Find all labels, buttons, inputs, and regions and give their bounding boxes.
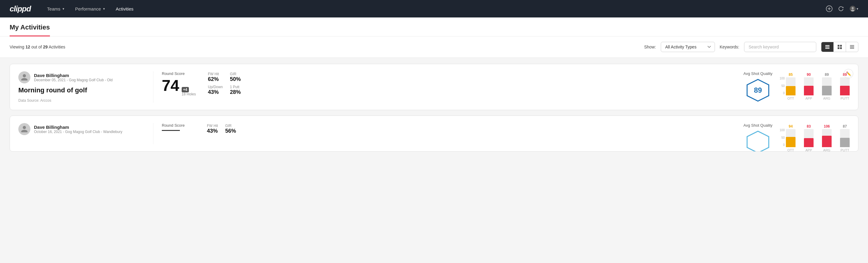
refresh-button[interactable]: [838, 6, 844, 12]
bar-arg-2: 106: [822, 124, 832, 147]
activities-list: Dave Billingham December 05, 2021 - Gog …: [0, 58, 868, 163]
ott-value-label: 85: [788, 72, 793, 77]
gir-label: GIR: [230, 72, 245, 76]
gir-value: 50%: [230, 76, 245, 83]
updown-label: Up/Down: [208, 85, 223, 89]
shot-quality-hexagon: 89: [746, 78, 770, 102]
app-bar-track: [804, 77, 813, 95]
performance-chevron-icon: ▾: [103, 7, 105, 11]
svg-rect-12: [840, 47, 842, 49]
stat-updown: Up/Down 43%: [208, 85, 223, 95]
list-view-button[interactable]: [822, 42, 834, 52]
view-toggles: [821, 42, 858, 52]
round-score-group: Round Score 74 +4 18 Holes: [162, 71, 196, 96]
arg-value-label: 89: [825, 72, 829, 77]
page-title: My Activities: [10, 24, 50, 31]
card-stats-section: Round Score 74 +4 18 Holes FW Hit 62% GI…: [162, 71, 850, 102]
arg-bar-fill: [822, 86, 832, 95]
svg-rect-14: [850, 46, 854, 47]
svg-rect-9: [838, 45, 839, 47]
svg-rect-7: [825, 47, 830, 48]
user-menu-button[interactable]: ▾: [849, 5, 858, 12]
app-value-label: 90: [807, 72, 811, 77]
card-divider-2: [153, 123, 153, 144]
stat-fw-hit-2: FW Hit 43%: [207, 124, 218, 134]
activity-card: Dave Billingham December 05, 2021 - Gog …: [10, 64, 858, 110]
nav-right-actions: ▾: [826, 5, 858, 12]
svg-rect-15: [850, 47, 854, 48]
stat-1putt: 1 Putt 28%: [230, 85, 245, 95]
card-divider: [153, 71, 153, 103]
page-header: My Activities: [0, 18, 868, 36]
1putt-value: 28%: [230, 89, 245, 95]
app-logo[interactable]: clippd: [10, 4, 31, 13]
fw-hit-label: FW Hit: [208, 72, 223, 76]
round-score-group-2: Round Score: [162, 123, 195, 131]
card-stats-section-2: Round Score FW Hit 43% GIR 56% Avg Shot …: [162, 123, 850, 152]
filter-bar: Viewing 12 out of 29 Activities Show: Al…: [0, 36, 868, 58]
updown-value: 43%: [208, 89, 223, 95]
card-left-section: Dave Billingham December 05, 2021 - Gog …: [18, 71, 145, 103]
x-axis-labels: OTT APP ARG PUTT: [786, 96, 850, 100]
score-value: 74: [162, 78, 179, 93]
activity-type-select[interactable]: All Activity Types: [661, 42, 715, 52]
avatar: [18, 71, 30, 83]
shot-quality-section: Avg Shot Quality 89 100: [743, 71, 850, 102]
bar-chart-2: 94 83 106: [786, 123, 850, 147]
viewing-count-text: Viewing 12 out of 29 Activities: [10, 45, 65, 49]
add-button[interactable]: [826, 5, 833, 12]
user-meta-2: October 16, 2021 - Gog Magog Golf Club -…: [34, 130, 122, 134]
ott-x-label: OTT: [786, 96, 796, 100]
avatar-2: [18, 123, 30, 135]
holes-text: 18 Holes: [182, 92, 196, 96]
nav-performance[interactable]: Performance ▾: [70, 0, 111, 18]
ott-bar-fill: [786, 86, 796, 95]
svg-rect-8: [825, 48, 830, 49]
shot-quality-section-2: Avg Shot Quality 100: [743, 123, 850, 152]
1putt-label: 1 Putt: [230, 85, 245, 89]
viewing-total: 29: [43, 45, 48, 49]
keyword-search-input[interactable]: [744, 42, 816, 52]
round-score-label: Round Score: [162, 71, 196, 76]
activity-title: Morning round of golf: [18, 86, 145, 94]
arg-bar-track: [822, 77, 832, 95]
y-axis: 100 50 0: [780, 77, 785, 95]
svg-rect-10: [840, 45, 842, 47]
user-name-2: Dave Billingham: [34, 124, 122, 130]
putt-bar-fill: [840, 86, 850, 95]
card-edit-button[interactable]: ✏️: [844, 69, 853, 79]
bar-chart-container: 100 50 0 85: [780, 71, 850, 100]
activity-card-2: Dave Billingham October 16, 2021 - Gog M…: [10, 116, 858, 152]
stat-gir-2: GIR 56%: [225, 124, 237, 134]
bar-arg: 89: [822, 72, 832, 95]
data-source: Data Source: Arccos: [18, 98, 145, 103]
svg-rect-13: [850, 45, 854, 46]
user-name: Dave Billingham: [34, 73, 113, 78]
show-label: Show:: [644, 45, 656, 49]
bar-app-2: 83: [804, 124, 813, 147]
svg-rect-16: [850, 49, 854, 49]
app-x-label: APP: [804, 96, 813, 100]
nav-teams[interactable]: Teams ▾: [42, 0, 70, 18]
svg-marker-18: [747, 131, 769, 152]
viewing-current: 12: [26, 45, 30, 49]
grid-view-button[interactable]: [834, 42, 846, 52]
svg-rect-11: [838, 47, 839, 49]
bar-chart: 85 90: [786, 71, 850, 95]
stat-gir: GIR 50%: [230, 72, 245, 83]
ott-bar-track: [786, 77, 796, 95]
user-meta: December 05, 2021 - Gog Magog Golf Club …: [34, 78, 113, 82]
putt-x-label: PUTT: [840, 96, 850, 100]
bar-ott: 85: [786, 72, 796, 95]
user-menu-chevron-icon: ▾: [857, 7, 858, 11]
shot-quality-hexagon-2: [746, 130, 770, 152]
compact-view-button[interactable]: [846, 42, 858, 52]
nav-activities[interactable]: Activities: [111, 0, 139, 18]
mini-stats-group: FW Hit 62% GIR 50% Up/Down 43% 1 Putt 28…: [208, 72, 245, 95]
bar-putt-2: 87: [840, 124, 850, 147]
bar-ott-2: 94: [786, 124, 796, 147]
teams-chevron-icon: ▾: [63, 7, 64, 11]
score-badge: +4: [182, 87, 189, 92]
shot-quality-label: Avg Shot Quality: [743, 71, 773, 76]
svg-rect-6: [825, 45, 830, 46]
